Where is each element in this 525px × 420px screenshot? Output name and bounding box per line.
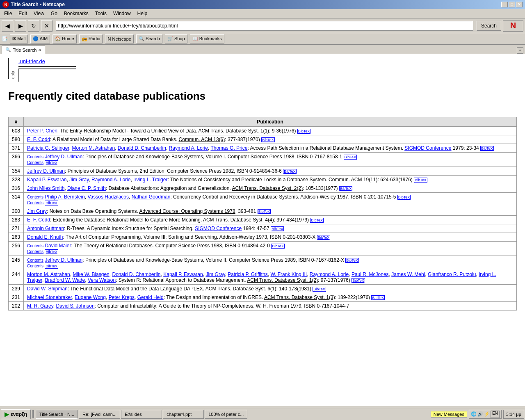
bibtex-link2[interactable]: BibTeX (45, 264, 58, 269)
author-link[interactable]: E. F. Codd (27, 217, 50, 223)
bibtex-link2[interactable]: BibTeX (45, 249, 58, 254)
author-link[interactable]: David S. Johnson (56, 303, 95, 309)
netscape-button[interactable]: N Netscape (105, 34, 133, 43)
author-link[interactable]: Vera Watson (88, 277, 116, 283)
bibtex-link[interactable]: BibTeX (261, 137, 275, 142)
bibtex-link[interactable]: BibTeX (371, 295, 385, 300)
author-link[interactable]: Raymond A. Lorie (91, 177, 130, 183)
contents-link2[interactable]: Contents (27, 249, 43, 254)
close-button[interactable]: ✕ (516, 2, 523, 7)
menu-go[interactable]: Go (48, 10, 60, 17)
bibtex-link[interactable]: BibTeX (317, 235, 331, 240)
tab-close-button[interactable]: ✕ (38, 48, 41, 52)
menu-bookmarks[interactable]: Bookmarks (62, 10, 91, 17)
bibtex-link[interactable]: BibTeX (414, 178, 427, 183)
author-link[interactable]: Paul R. McJones (352, 272, 389, 277)
bibtex-link[interactable]: BibTeX (339, 186, 353, 191)
home-button[interactable]: 🏠 Home (52, 34, 76, 43)
stop-button[interactable]: ✕ (41, 20, 52, 32)
new-tab-button[interactable]: + (517, 47, 523, 54)
author-link[interactable]: M. R. Garey (27, 303, 53, 309)
uni-trier-link[interactable]: .uni-trier.de (18, 58, 76, 67)
author-link[interactable]: Antonin Guttman (27, 226, 64, 231)
author-link[interactable]: Donald D. Chamberlin (112, 272, 160, 277)
minimize-button[interactable]: _ (501, 2, 508, 7)
author-link[interactable]: Diane C. P. Smith (67, 185, 106, 191)
menu-window[interactable]: Window (111, 10, 133, 17)
author-link[interactable]: Donald E. Knuth (27, 234, 63, 240)
bibtex-link[interactable]: BibTeX (480, 146, 494, 151)
author-link[interactable]: David Maier (45, 243, 71, 249)
bibtex-link[interactable]: BibTeX (397, 195, 411, 200)
author-link[interactable]: Peter Kreps (109, 294, 135, 300)
author-link[interactable]: Eugene Wong (75, 294, 106, 300)
bibtex-link[interactable]: BibTeX (345, 258, 359, 263)
author-link[interactable]: David W. Shipman (27, 286, 68, 292)
window-controls[interactable]: _ □ ✕ (501, 2, 523, 7)
author-link[interactable]: Thomas G. Price (210, 145, 247, 151)
mail-button[interactable]: ✉ Mail (10, 34, 28, 43)
contents-link2[interactable]: Contents (27, 160, 43, 165)
author-link[interactable]: Vassos Hadzilacos (87, 194, 129, 200)
forward-button[interactable]: ▶ (15, 20, 26, 32)
bibtex-link2[interactable]: BibTeX (45, 201, 58, 205)
author-link[interactable]: Morton M. Astrahan (72, 145, 115, 151)
author-link[interactable]: Kapali P. Eswaran (27, 177, 67, 183)
bibtex-link[interactable]: BibTeX (258, 209, 271, 214)
contents-link[interactable]: Contents (27, 243, 43, 249)
bibtex-link2[interactable]: BibTeX (45, 160, 58, 165)
author-link[interactable]: Gianfranco R. Putzolu (428, 272, 476, 277)
author-link[interactable]: Jeffrey D. Ullman (27, 168, 65, 174)
shop-button[interactable]: 🛒 Shop (165, 34, 187, 43)
conf-link[interactable]: SIGMOD Conference (195, 226, 242, 231)
author-link[interactable]: Peter P. Chen (27, 128, 57, 134)
author-link[interactable]: Patricia P. Griffiths (228, 272, 268, 277)
radio-button[interactable]: 📻 Radio (79, 34, 103, 43)
bibtex-link[interactable]: BibTeX (283, 169, 297, 174)
contents-link[interactable]: Contents (27, 154, 43, 160)
tab-title-search[interactable]: 🔍 Title Search ✕ (2, 46, 45, 54)
author-link[interactable]: John Miles Smith (27, 185, 64, 191)
bibtex-link[interactable]: BibTeX (271, 244, 285, 249)
bibtex-link[interactable]: BibTeX (344, 155, 357, 160)
author-link[interactable]: Raymond A. Lorie (169, 145, 208, 151)
menu-file[interactable]: File (2, 10, 14, 17)
author-link[interactable]: W. Frank King III (270, 272, 307, 277)
menu-edit[interactable]: Edit (16, 10, 30, 17)
author-link[interactable]: Patricia G. Selinger (27, 145, 69, 151)
bookmarks-button[interactable]: 📖 Bookmarks (190, 34, 224, 43)
search-toolbar-button[interactable]: 🔍 Search (136, 34, 162, 43)
author-link[interactable]: Michael Stonebraker (27, 294, 72, 300)
back-button[interactable]: ◀ (2, 20, 13, 32)
contents-link[interactable]: Contents (27, 257, 43, 263)
author-link[interactable]: Jim Gray (27, 208, 47, 214)
reload-button[interactable]: ↻ (28, 20, 39, 32)
aim-button[interactable]: 🔵 AIM (30, 34, 50, 43)
maximize-button[interactable]: □ (509, 2, 515, 7)
author-link[interactable]: Bradford W. Wade (45, 277, 85, 283)
contents-link2[interactable]: Contents (27, 264, 43, 268)
author-link[interactable]: Raymond A. Lorie (310, 272, 349, 277)
conf-link[interactable]: SIGMOD Conference (404, 145, 451, 151)
author-link[interactable]: Jeffrey D. Ullman (45, 257, 82, 263)
author-link[interactable]: Donald D. Chamberlin (118, 145, 166, 151)
author-link[interactable]: James W. Mehl (391, 272, 425, 277)
search-button[interactable]: Search (477, 21, 501, 31)
author-link[interactable]: Jim Gray (69, 177, 89, 183)
author-link[interactable]: Morton M. Astrahan (27, 272, 70, 277)
author-link[interactable]: Irving L. Traiger (133, 177, 167, 183)
bibtex-link[interactable]: BibTeX (271, 226, 284, 231)
author-link[interactable]: Mike W. Blasgen (73, 272, 109, 277)
author-link[interactable]: Gerald Held (137, 294, 164, 300)
contents-link2[interactable]: Contents (27, 201, 43, 205)
bibtex-link[interactable]: BibTeX (352, 278, 365, 283)
bibtex-link[interactable]: BibTeX (310, 218, 324, 223)
bibtex-link[interactable]: BibTeX (313, 287, 326, 292)
menu-view[interactable]: View (31, 10, 47, 17)
bibtex-link[interactable]: BibTeX (297, 129, 311, 134)
menu-help[interactable]: Help (135, 10, 150, 17)
contents-link[interactable]: Contents (27, 194, 43, 200)
menu-tools[interactable]: Tools (93, 10, 109, 17)
author-link[interactable]: Philip A. Bernstein (45, 194, 84, 200)
author-link[interactable]: Jim Gray (205, 272, 225, 277)
